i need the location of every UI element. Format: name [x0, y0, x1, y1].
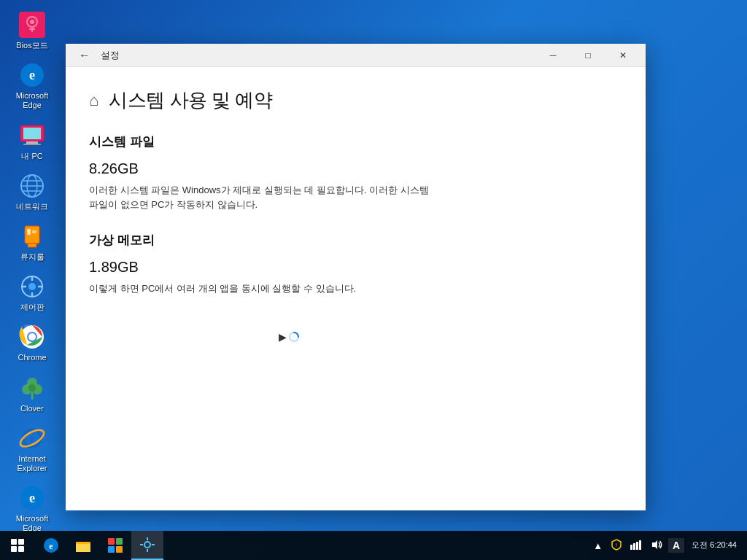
svg-rect-46: [116, 546, 123, 553]
desktop-icon-list: Bios모드 e MicrosoftEdge 내 PC: [6, 7, 58, 536]
desktop-icon-controlpanel-label: 제어판: [20, 303, 44, 312]
svg-text:!: !: [616, 542, 617, 548]
tray-volume-icon[interactable]: [648, 540, 665, 552]
taskbar-left: e: [0, 531, 163, 560]
desktop-icon-edge-bottom[interactable]: e MicrosoftEdge: [6, 481, 58, 536]
svg-point-1: [30, 20, 34, 24]
svg-rect-55: [636, 542, 638, 550]
desktop-icon-edge-top-label: MicrosoftEdge: [16, 91, 49, 110]
page-title-row: ⌂ 시스템 사용 및 예약: [89, 88, 622, 113]
desktop-icon-network-label: 네트워크: [16, 202, 48, 211]
svg-rect-15: [25, 226, 39, 244]
svg-point-20: [28, 283, 36, 290]
desktop-icon-bios-label: Bios모드: [16, 41, 47, 50]
svg-marker-57: [652, 540, 657, 549]
desktop-icon-ie-label: InternetExplorer: [18, 454, 47, 473]
section-system-files-desc: 이러한 시스템 파일은 Windows가 제대로 실행되는 데 필요합니다. 이…: [89, 183, 439, 211]
svg-point-47: [144, 542, 150, 548]
taskbar-pin-settings[interactable]: [131, 531, 163, 560]
maximize-button[interactable]: □: [571, 44, 605, 67]
taskbar-right: ▲ !: [590, 538, 747, 553]
desktop-icon-usb[interactable]: 류지룰: [6, 219, 58, 265]
svg-point-31: [28, 384, 36, 392]
desktop-icon-ie[interactable]: e InternetExplorer: [6, 421, 58, 476]
desktop: Bios모드 e MicrosoftEdge 내 PC: [0, 0, 747, 560]
desktop-icon-clover[interactable]: Clover: [6, 370, 58, 416]
tray-notification-icon[interactable]: ▲: [590, 540, 605, 551]
window-title: 설정: [101, 49, 120, 62]
taskbar: e: [0, 531, 747, 560]
desktop-icon-mypc-label: 내 PC: [21, 152, 42, 161]
clock-time: 오전 6:20:44: [692, 540, 737, 551]
desktop-icon-network[interactable]: 네트워크: [6, 168, 58, 214]
svg-point-27: [28, 333, 36, 341]
desktop-icon-clover-label: Clover: [20, 404, 44, 413]
tray-network-icon[interactable]: [627, 540, 645, 552]
start-logo: [11, 539, 24, 552]
svg-rect-43: [108, 538, 115, 545]
minimize-button[interactable]: ─: [536, 44, 570, 67]
svg-rect-16: [28, 244, 36, 247]
section-virtual-memory-desc: 이렇게 하면 PC에서 여러 개의 앱을 동시에 실행할 수 있습니다.: [89, 281, 439, 296]
svg-text:e: e: [29, 491, 35, 505]
taskbar-pin-store[interactable]: [99, 531, 131, 560]
svg-rect-45: [108, 546, 115, 553]
desktop-icon-edge-top[interactable]: e MicrosoftEdge: [6, 58, 58, 113]
desktop-icon-mypc[interactable]: 내 PC: [6, 118, 58, 164]
close-button[interactable]: ✕: [606, 44, 640, 67]
section-system-files-value: 8.26GB: [89, 160, 622, 177]
section-system-files-title: 시스템 파일: [89, 133, 622, 150]
svg-rect-44: [116, 538, 123, 545]
window-content: ⌂ 시스템 사용 및 예약 시스템 파일 8.26GB 이러한 시스템 파일은 …: [66, 67, 646, 510]
tray-security-icon[interactable]: !: [608, 539, 624, 553]
taskbar-pin-edge[interactable]: e: [35, 531, 67, 560]
page-title: 시스템 사용 및 예약: [109, 88, 272, 113]
svg-text:e: e: [30, 433, 34, 444]
svg-text:e: e: [29, 68, 35, 82]
section-system-files: 시스템 파일 8.26GB 이러한 시스템 파일은 Windows가 제대로 실…: [89, 133, 622, 211]
desktop-icon-chrome[interactable]: Chrome: [6, 319, 58, 365]
svg-rect-8: [26, 141, 38, 144]
desktop-icon-controlpanel[interactable]: 제어판: [6, 269, 58, 315]
window-controls: ─ □ ✕: [536, 44, 640, 67]
window-titlebar: ← 설정 ─ □ ✕: [66, 44, 646, 67]
svg-rect-42: [76, 544, 90, 552]
svg-text:e: e: [49, 541, 53, 551]
taskbar-clock[interactable]: 오전 6:20:44: [687, 540, 741, 551]
svg-rect-18: [32, 230, 36, 233]
cursor-arrow: ▶: [279, 331, 287, 343]
tray-input-indicator[interactable]: A: [668, 538, 684, 553]
svg-rect-54: [633, 543, 635, 550]
svg-rect-56: [639, 540, 641, 550]
taskbar-pin-explorer[interactable]: [67, 531, 99, 560]
svg-rect-53: [630, 545, 632, 550]
settings-window: ← 설정 ─ □ ✕ ⌂ 시스템 사용 및 예약 시스템 파일 8.26GB 이…: [66, 44, 646, 510]
section-virtual-memory-title: 가상 메모리: [89, 232, 622, 249]
home-icon: ⌂: [89, 91, 98, 110]
desktop-icon-chrome-label: Chrome: [18, 353, 46, 362]
svg-rect-17: [27, 229, 31, 235]
desktop-icon-usb-label: 류지룰: [20, 252, 44, 262]
start-button[interactable]: [0, 531, 35, 560]
svg-rect-9: [23, 144, 41, 145]
desktop-icon-bios[interactable]: Bios모드: [6, 7, 58, 53]
section-virtual-memory-value: 1.89GB: [89, 259, 622, 276]
svg-rect-7: [23, 128, 41, 139]
section-virtual-memory: 가상 메모리 1.89GB 이렇게 하면 PC에서 여러 개의 앱을 동시에 실…: [89, 232, 622, 296]
back-button[interactable]: ←: [74, 47, 95, 63]
